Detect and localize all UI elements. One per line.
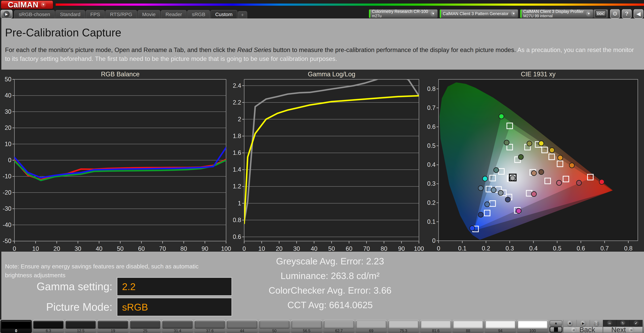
- device-dropdown-text: CalMAN Client 3 Display ProfilerM27U 99 …: [523, 9, 584, 18]
- tab-rts-rpg[interactable]: RTS/RPG: [105, 10, 137, 18]
- gamma-setting-input[interactable]: 2.2: [117, 277, 232, 296]
- svg-text:0.2: 0.2: [427, 199, 436, 206]
- pattern-swatch-37.6[interactable]: 37.6: [194, 320, 226, 333]
- refresh-button[interactable]: ↻: [616, 320, 630, 327]
- picture-mode-input[interactable]: sRGB: [117, 298, 232, 316]
- svg-text:-10: -10: [3, 173, 12, 180]
- swatch-label: 94: [485, 329, 515, 333]
- pattern-swatch-50[interactable]: 50: [258, 320, 290, 333]
- pattern-swatch-69[interactable]: 69: [355, 320, 387, 333]
- swatch-label: 88: [453, 329, 483, 333]
- pattern-swatch-88[interactable]: 88: [452, 320, 484, 333]
- read-series-button[interactable]: ▶: [576, 320, 590, 327]
- swatch-patch: [292, 321, 322, 329]
- tab-reader[interactable]: Reader: [161, 10, 187, 18]
- device-dropdown-2[interactable]: CalMAN Client 3 Display ProfilerM27U 99 …: [520, 9, 593, 18]
- play-icon: ▶: [580, 320, 586, 326]
- refresh-icon: ↻: [620, 320, 626, 326]
- swatch-label: 19: [98, 329, 128, 333]
- pattern-swatch-44[interactable]: 44: [226, 320, 258, 333]
- pattern-up-button[interactable]: ▲: [550, 320, 562, 326]
- back-label: Back: [580, 326, 595, 333]
- ddc-button[interactable]: DDC: [593, 9, 608, 18]
- swatch-label: 31.4: [162, 329, 192, 333]
- continuous-read-button[interactable]: ∞: [603, 320, 616, 327]
- pattern-swatch-0[interactable]: 0: [0, 320, 32, 333]
- svg-text:0.6: 0.6: [577, 245, 585, 252]
- collapse-button[interactable]: ◀: [634, 9, 643, 18]
- pattern-size-button[interactable]: [··]: [590, 320, 603, 327]
- device-dropdown-0[interactable]: Colorimetry Research CR-100m27u▼: [369, 9, 438, 18]
- logo-dropdown-icon[interactable]: ▼: [41, 2, 46, 8]
- svg-text:2.2: 2.2: [233, 99, 241, 106]
- pattern-swatch-6.3[interactable]: 6.3: [32, 320, 64, 333]
- svg-text:0: 0: [432, 237, 436, 244]
- settings-button[interactable]: ⚙: [610, 9, 620, 18]
- page-title: Pre-Calibration Capture: [5, 26, 637, 39]
- instruction-segment: For each of the monitor's picture mode, …: [5, 46, 237, 53]
- device-name: CalMAN Client 3 Pattern Generator: [443, 12, 508, 16]
- pattern-swatch-75.3[interactable]: 75.3: [388, 320, 419, 333]
- calman-logo[interactable]: CalMAN ▼: [1, 0, 53, 9]
- help-button[interactable]: ?: [622, 9, 632, 18]
- mode-buttons-group: ∞ ↻ ✔: [603, 320, 643, 327]
- pattern-swatch-56.5[interactable]: 56.5: [291, 320, 322, 333]
- svg-text:0.1: 0.1: [427, 218, 436, 225]
- pattern-swatch-25[interactable]: 25: [130, 320, 161, 333]
- svg-text:20: 20: [5, 124, 12, 131]
- stop-button[interactable]: ■: [563, 320, 576, 327]
- pattern-swatch-31.4[interactable]: 31.4: [162, 320, 193, 333]
- swatch-patch: [485, 321, 515, 329]
- swatch-patch: [260, 321, 289, 329]
- pattern-window-button[interactable]: [550, 326, 562, 332]
- accept-button[interactable]: ✔: [630, 320, 643, 327]
- rgb-balance-chart: -50-40-30-20-100102030405001020304050607…: [0, 70, 233, 252]
- svg-text:0.8: 0.8: [233, 216, 241, 224]
- pattern-swatch-12.5[interactable]: 12.5: [65, 320, 96, 333]
- svg-text:20: 20: [53, 245, 60, 252]
- swatch-patch: [195, 321, 225, 329]
- pattern-column: ▲: [549, 320, 563, 333]
- next-button[interactable]: Next »: [603, 327, 643, 333]
- svg-text:CIE 1931 xy: CIE 1931 xy: [521, 71, 556, 78]
- swatch-patch: [98, 321, 128, 329]
- tab-scroll-button[interactable]: ▶: [1, 10, 12, 18]
- svg-text:2: 2: [238, 116, 241, 123]
- swatch-patch: [227, 321, 257, 329]
- back-button[interactable]: « Back: [563, 327, 603, 333]
- add-tab-button[interactable]: +: [238, 11, 247, 18]
- rainbow-strip: [56, 4, 644, 6]
- pattern-swatch-19[interactable]: 19: [97, 320, 129, 333]
- tab-fps[interactable]: FPS: [86, 10, 105, 18]
- svg-text:0.6: 0.6: [233, 233, 241, 240]
- pattern-swatch-100[interactable]: 100: [517, 320, 548, 333]
- svg-text:60: 60: [346, 245, 352, 252]
- tab-movie[interactable]: Movie: [138, 10, 160, 18]
- swatch-patch: [518, 321, 548, 329]
- triangle-up-icon: ▲: [554, 321, 558, 325]
- svg-text:50: 50: [117, 245, 124, 252]
- instruction-segment: Read Series: [237, 46, 271, 53]
- svg-text:0.8: 0.8: [624, 245, 632, 252]
- window-buttons: DDC ⚙ ? ◀: [593, 9, 643, 18]
- device-dropdown-text: CalMAN Client 3 Pattern Generator: [443, 12, 508, 16]
- pattern-swatch-81.6[interactable]: 81.6: [420, 320, 452, 333]
- pattern-swatches: 06.312.5192531.437.6445056.562.76975.381…: [0, 320, 549, 333]
- svg-text:70: 70: [159, 245, 166, 252]
- swatch-patch: [421, 321, 451, 329]
- swatch-patch: [1, 321, 31, 329]
- tab-standard[interactable]: Standard: [55, 10, 85, 18]
- device-dropdown-1[interactable]: CalMAN Client 3 Pattern Generator▼: [440, 9, 518, 18]
- swatch-patch: [453, 321, 483, 329]
- tab-srgb-chosen[interactable]: sRGB-chosen: [14, 10, 55, 18]
- stats-block: Greyscale Avg. Error: 2.23Luminance: 263…: [221, 254, 439, 312]
- svg-text:60: 60: [138, 245, 145, 252]
- pattern-size-icon: [··]: [594, 320, 600, 326]
- pattern-swatch-94[interactable]: 94: [484, 320, 516, 333]
- chevron-down-icon: ▼: [586, 11, 592, 16]
- tab-custom[interactable]: Custom: [210, 10, 237, 18]
- tab-srgb[interactable]: sRGB: [187, 10, 210, 18]
- pattern-swatch-62.7[interactable]: 62.7: [323, 320, 355, 333]
- swatch-label: 100: [518, 329, 548, 333]
- swatch-label: 56.5: [292, 329, 322, 333]
